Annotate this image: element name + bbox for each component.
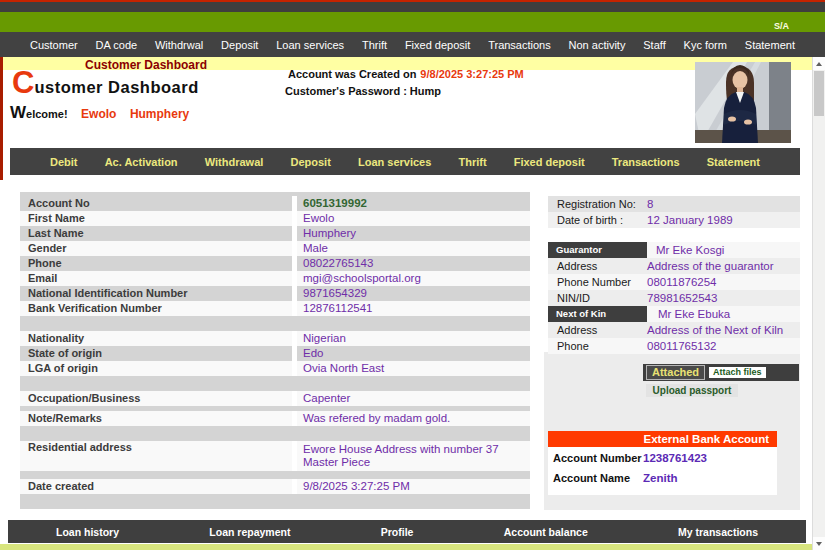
customer-photo xyxy=(695,62,791,143)
bottom-nav-profile[interactable]: Profile xyxy=(381,526,414,538)
nav-item-loan-services[interactable]: Loan services xyxy=(276,39,344,51)
field-value: mgi@schoolsportal.org xyxy=(297,271,530,286)
account-nav: Debit Ac. Activation Withdrawal Deposit … xyxy=(10,148,800,175)
nav-item-deposit[interactable]: Deposit xyxy=(221,39,258,51)
nav-item-kyc-form[interactable]: Kyc form xyxy=(684,39,727,51)
scroll-down-icon[interactable] xyxy=(813,537,825,550)
table-spacer xyxy=(20,426,530,441)
account-nav-fixed-deposit[interactable]: Fixed deposit xyxy=(514,156,585,168)
bottom-nav-loan-repayment[interactable]: Loan repayment xyxy=(209,526,290,538)
nav-item-non-activity[interactable]: Non activity xyxy=(569,39,626,51)
guarantor-nin: 78981652543 xyxy=(647,290,800,306)
field-value: Humphery xyxy=(297,226,530,241)
scrollbar-thumb[interactable] xyxy=(814,71,824,116)
table-row: Nationality Nigerian xyxy=(20,331,530,346)
external-account-name-row: Account Name Zenith xyxy=(548,469,777,487)
password-line: Customer's Password : Hump xyxy=(285,85,441,97)
nav-item-statement[interactable]: Statement xyxy=(745,39,795,51)
created-date: 9/8/2025 3:27:25 PM xyxy=(420,68,523,80)
guarantor-header-row: Guarantor Mr Eke Kosgi xyxy=(548,242,800,258)
guarantor-phone: 08011876254 xyxy=(647,274,800,290)
birth-row: Date of birth : 12 January 1989 xyxy=(548,212,800,228)
attached-button[interactable]: Attached xyxy=(646,365,705,380)
table-row: Gender Male xyxy=(20,241,530,256)
created-prefix: Account was Created on xyxy=(288,68,416,80)
sa-badge: S/A xyxy=(774,21,789,31)
guarantor-address-row: Address Address of the guarantor xyxy=(548,258,800,274)
table-row: Bank Verification Number 12876112541 xyxy=(20,301,530,316)
field-value: Male xyxy=(297,241,530,256)
customer-dashboard-page: S/A Customer DA code Withdrwal Deposit L… xyxy=(0,0,825,550)
field-value: 9871654329 xyxy=(297,286,530,301)
brand-bar: S/A xyxy=(0,12,825,32)
created-line: Account was Created on9/8/2025 3:27:25 P… xyxy=(288,68,524,80)
field-label: State of origin xyxy=(20,346,292,361)
nav-item-withdrawal[interactable]: Withdrwal xyxy=(155,39,203,51)
profile-table: Account No 6051319992 First Name Ewolo L… xyxy=(20,192,530,509)
field-label: First Name xyxy=(20,211,292,226)
welcome-dropcap: W xyxy=(10,103,26,122)
external-bank-card: External Bank Account Account Number 123… xyxy=(548,431,777,495)
field-label: Bank Verification Number xyxy=(20,301,292,316)
nav-item-transactions[interactable]: Transactions xyxy=(488,39,551,51)
table-row: Residential address Ewore House Address … xyxy=(20,441,530,471)
external-account-number-row: Account Number 1238761423 xyxy=(548,449,777,467)
scroll-up-icon[interactable] xyxy=(813,57,825,70)
nav-item-da-code[interactable]: DA code xyxy=(96,39,138,51)
table-row: Phone 08022765143 xyxy=(20,256,530,271)
table-row: Last Name Humphery xyxy=(20,226,530,241)
birth-label: Date of birth : xyxy=(548,212,647,228)
field-label: Date created xyxy=(20,479,292,494)
guarantor-header: Guarantor xyxy=(548,242,647,258)
field-label: Residential address xyxy=(20,441,292,471)
table-row: Email mgi@schoolsportal.org xyxy=(20,271,530,286)
guarantor-address: Address of the guarantor xyxy=(647,258,800,274)
external-account-number: 1238761423 xyxy=(643,449,777,467)
external-bank-header: External Bank Account xyxy=(548,431,777,447)
account-nav-deposit[interactable]: Deposit xyxy=(290,156,330,168)
field-value: Ovia North East xyxy=(297,361,530,376)
account-nav-ac-activation[interactable]: Ac. Activation xyxy=(105,156,178,168)
table-row: Occupation/Business Capenter xyxy=(20,391,530,406)
nav-item-thrift[interactable]: Thrift xyxy=(362,39,387,51)
field-label: LGA of origin xyxy=(20,361,292,376)
next-of-kin-phone: 08011765132 xyxy=(647,338,800,354)
account-nav-debit[interactable]: Debit xyxy=(50,156,78,168)
title-dropcap: C xyxy=(12,65,34,100)
bottom-nav: Loan history Loan repayment Profile Acco… xyxy=(8,520,806,543)
field-value: Ewore House Address with number 37 Maste… xyxy=(297,441,530,471)
left-border xyxy=(0,57,3,180)
welcome-line: Welcome! Ewolo Humphery xyxy=(10,103,189,123)
next-of-kin-header: Next of Kin xyxy=(548,306,647,322)
upload-passport-button[interactable]: Upload passport xyxy=(646,384,738,397)
field-value: 12876112541 xyxy=(297,301,530,316)
customer-first-name: Ewolo xyxy=(81,107,116,121)
nav-item-staff[interactable]: Staff xyxy=(643,39,665,51)
account-nav-transactions[interactable]: Transactions xyxy=(612,156,680,168)
table-spacer xyxy=(20,494,530,509)
field-label: Email xyxy=(20,271,292,286)
account-nav-loan-services[interactable]: Loan services xyxy=(358,156,431,168)
details-panel: Registration No: 8 Date of birth : 12 Ja… xyxy=(544,192,800,495)
account-nav-statement[interactable]: Statement xyxy=(707,156,760,168)
bottom-nav-account-balance[interactable]: Account balance xyxy=(504,526,588,538)
table-row: Note/Remarks Was refered by madam gold. xyxy=(20,411,530,426)
nav-item-fixed-deposit[interactable]: Fixed deposit xyxy=(405,39,470,51)
attach-files-button[interactable]: Attach files xyxy=(709,367,766,378)
table-row: First Name Ewolo xyxy=(20,211,530,226)
attachments-bar: Attached Attach files xyxy=(643,364,799,381)
nav-item-customer[interactable]: Customer xyxy=(30,39,78,51)
table-row: State of origin Edo xyxy=(20,346,530,361)
guarantor-name: Mr Eke Kosgi xyxy=(647,242,800,258)
table-row: Account No 6051319992 xyxy=(20,196,530,211)
page-title: Customer Dashboard xyxy=(12,68,199,102)
bottom-nav-my-transactions[interactable]: My transactions xyxy=(678,526,758,538)
main-nav: Customer DA code Withdrwal Deposit Loan … xyxy=(0,32,825,57)
scrollbar[interactable] xyxy=(812,57,825,550)
table-row: LGA of origin Ovia North East xyxy=(20,361,530,376)
field-label: National Identification Number xyxy=(20,286,292,301)
account-nav-thrift[interactable]: Thrift xyxy=(458,156,486,168)
bottom-nav-loan-history[interactable]: Loan history xyxy=(56,526,119,538)
field-value: Capenter xyxy=(297,391,530,406)
account-nav-withdrawal[interactable]: Withdrawal xyxy=(205,156,264,168)
